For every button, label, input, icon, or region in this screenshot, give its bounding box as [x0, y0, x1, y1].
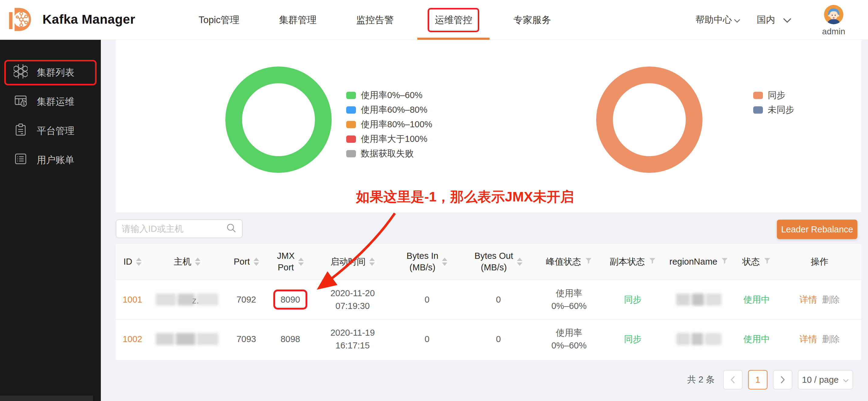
- search-box: [116, 219, 243, 238]
- clipboard-icon: [14, 123, 28, 139]
- username-label: admin: [816, 27, 851, 36]
- cluster-overview-card: 使用率0%–60% 使用率60%–80% 使用率80%–100% 使用率大于10…: [116, 40, 861, 212]
- sort-icon[interactable]: [517, 257, 522, 266]
- tab-expert-service[interactable]: 专家服务: [508, 0, 556, 40]
- port-cell: 7092: [225, 280, 268, 319]
- replica-status-cell: 同步: [603, 280, 662, 319]
- filter-funnel-icon[interactable]: [649, 256, 656, 268]
- filter-funnel-icon[interactable]: [721, 256, 728, 268]
- legend-item[interactable]: 使用率80%–100%: [346, 117, 432, 132]
- chevron-down-icon: [843, 375, 849, 385]
- column-header-replica-status[interactable]: 副本状态: [603, 244, 662, 279]
- legend-item[interactable]: 同步: [753, 88, 794, 103]
- app-title: Kafka Manager: [42, 12, 135, 27]
- column-header-port[interactable]: Port: [225, 244, 268, 279]
- table-row: 1001 z. 7092 8090 2020-11-2007:19:30 0 0…: [116, 279, 861, 319]
- kafka-manager-logo-icon: [7, 5, 35, 35]
- column-header-region-name[interactable]: regionName: [662, 244, 735, 279]
- page-number-button[interactable]: 1: [748, 370, 768, 390]
- sort-icon[interactable]: [369, 257, 375, 266]
- sidebar-item-label: 用户账单: [37, 154, 74, 166]
- sort-icon[interactable]: [298, 257, 304, 266]
- column-header-id[interactable]: ID: [116, 244, 149, 279]
- column-header-bytes-out[interactable]: Bytes Out(MB/s): [462, 244, 535, 279]
- sort-icon[interactable]: [254, 257, 259, 266]
- delete-link[interactable]: 删除: [822, 293, 840, 306]
- port-cell: 7093: [225, 319, 268, 359]
- sort-icon[interactable]: [442, 257, 447, 266]
- leader-rebalance-button[interactable]: Leader Rebalance: [777, 220, 857, 239]
- filter-funnel-icon[interactable]: [585, 256, 592, 268]
- replica-sync-legend: 同步 未同步: [753, 88, 794, 117]
- sidebar-item-label: 平台管理: [37, 125, 74, 137]
- redacted-region: [676, 294, 722, 306]
- sidebar-item-user-bill[interactable]: 用户账单: [4, 147, 97, 173]
- main-nav: Topic管理 集群管理 监控告警 运维管控 专家服务: [193, 0, 556, 40]
- list-icon: [14, 152, 28, 168]
- disk-usage-legend: 使用率0%–60% 使用率60%–80% 使用率80%–100% 使用率大于10…: [346, 88, 432, 161]
- peak-status-cell: 使用率0%–60%: [535, 319, 603, 359]
- legend-item[interactable]: 使用率0%–60%: [346, 88, 432, 103]
- column-header-start-time[interactable]: 启动时间: [313, 244, 392, 279]
- start-time-cell: 2020-11-1916:17:15: [313, 319, 392, 359]
- chevron-down-icon: [734, 15, 740, 25]
- region-cell-redacted: [662, 319, 735, 359]
- replica-status-cell: 同步: [603, 319, 662, 359]
- tab-ops-control[interactable]: 运维管控: [428, 0, 479, 40]
- broker-table-card: ID 主机 Port JMXPort 启动时间 Bytes In(MB/s) B…: [116, 244, 861, 360]
- user-avatar[interactable]: [824, 5, 843, 24]
- jmx-port-cell: 8098: [268, 319, 313, 359]
- column-header-peak-status[interactable]: 峰值状态: [535, 244, 603, 279]
- sort-icon[interactable]: [136, 257, 142, 266]
- help-center-menu[interactable]: 帮助中心: [695, 0, 740, 40]
- replica-sync-donut-chart: [596, 66, 703, 173]
- start-time-cell: 2020-11-2007:19:30: [313, 280, 392, 319]
- column-header-bytes-in[interactable]: Bytes In(MB/s): [392, 244, 462, 279]
- sidebar-item-label: 集群运维: [37, 95, 74, 108]
- broker-id-link: 1002: [116, 319, 149, 359]
- tab-cluster-manage[interactable]: 集群管理: [273, 0, 322, 40]
- search-icon[interactable]: [226, 223, 237, 235]
- legend-swatch: [753, 106, 763, 114]
- redacted-region: [676, 333, 721, 345]
- detail-link[interactable]: 详情: [800, 293, 817, 306]
- page-size-select[interactable]: 10 / page: [798, 370, 853, 390]
- delete-link[interactable]: 删除: [822, 333, 840, 345]
- svg-text:$: $: [23, 101, 25, 106]
- prev-page-button[interactable]: [723, 370, 743, 390]
- bytes-out-cell: 0: [462, 280, 535, 319]
- detail-link[interactable]: 详情: [800, 333, 817, 345]
- filter-funnel-icon[interactable]: [764, 256, 771, 268]
- billing-table-icon: $: [14, 94, 28, 110]
- legend-item[interactable]: 使用率60%–80%: [346, 103, 432, 117]
- column-header-host[interactable]: 主机: [149, 244, 225, 279]
- sidebar-scrollbar[interactable]: [0, 396, 93, 401]
- sidebar: 集群列表 $ 集群运维 平台管理: [0, 40, 101, 401]
- sidebar-item-platform[interactable]: 平台管理: [4, 118, 97, 144]
- sort-icon[interactable]: [195, 257, 200, 266]
- column-header-jmx-port[interactable]: JMXPort: [268, 244, 313, 279]
- pagination: 共 2 条 1 10 / page: [687, 370, 853, 390]
- legend-swatch: [346, 121, 356, 128]
- column-header-status[interactable]: 状态: [735, 244, 778, 279]
- sidebar-item-cluster-list[interactable]: 集群列表: [4, 60, 97, 85]
- tab-monitor-alert[interactable]: 监控告警: [350, 0, 399, 40]
- jmx-port-highlight: 8090: [273, 289, 308, 310]
- chevron-down-icon: [783, 15, 792, 25]
- legend-swatch: [346, 135, 356, 143]
- legend-item[interactable]: 使用率大于100%: [346, 132, 432, 147]
- action-cell: 详情 删除: [778, 280, 861, 319]
- legend-swatch: [346, 150, 356, 157]
- region-selector[interactable]: 国内: [757, 0, 792, 40]
- top-header: Kafka Manager Topic管理 集群管理 监控告警 运维管控 专家服…: [0, 0, 868, 40]
- tab-topic-manage[interactable]: Topic管理: [193, 0, 245, 40]
- search-input[interactable]: [122, 224, 226, 234]
- legend-item[interactable]: 数据获取失败: [346, 147, 432, 161]
- legend-swatch: [346, 106, 356, 114]
- legend-item[interactable]: 未同步: [753, 103, 794, 117]
- host-cell-redacted: z.: [149, 280, 225, 319]
- next-page-button[interactable]: [773, 370, 793, 390]
- action-cell: 详情 删除: [778, 319, 861, 359]
- sidebar-item-cluster-ops[interactable]: $ 集群运维: [4, 89, 97, 115]
- total-count-label: 共 2 条: [687, 374, 715, 386]
